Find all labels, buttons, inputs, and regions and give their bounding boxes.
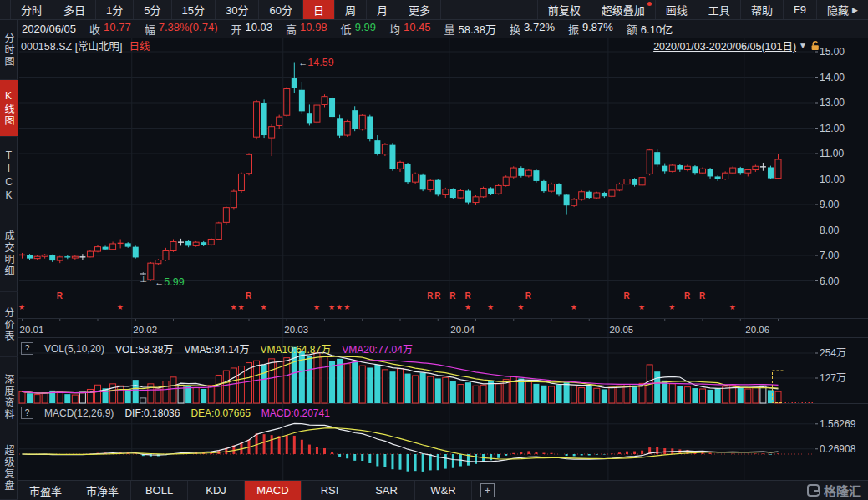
svg-text:R: R — [427, 291, 434, 301]
indicator-tabs: 市盈率市净率BOLLKDJMACDRSISARW&R — [18, 481, 472, 500]
indicator-tab-RSI[interactable]: RSI — [302, 481, 358, 500]
svg-text:20.04: 20.04 — [450, 325, 475, 335]
date-range-link[interactable]: 2020/01/03-2020/06/05(101日) — [653, 38, 796, 53]
sidebar-item-分价表[interactable]: 分价表 — [0, 292, 18, 357]
svg-text:11.00: 11.00 — [820, 148, 844, 159]
svg-text:20.01: 20.01 — [20, 325, 44, 335]
period-tab-60分[interactable]: 60分 — [258, 0, 302, 19]
quote-field-value: 3.72% — [524, 21, 555, 37]
toolbar-button-隐藏[interactable]: 隐藏▶ — [816, 0, 868, 19]
quote-field-label: 振 — [568, 21, 579, 37]
sidebar-item-TICK[interactable]: TICK — [0, 137, 18, 215]
svg-text:5.99: 5.99 — [164, 276, 184, 288]
sidebar-item-K线图[interactable]: K线图 — [0, 80, 18, 137]
svg-text:8.00: 8.00 — [820, 225, 840, 236]
svg-text:7.00: 7.00 — [820, 250, 840, 261]
quote-fields: 收10.77幅7.38%(0.74)开10.03高10.98低9.99均10.4… — [89, 21, 673, 37]
indicator-tab-BOLL[interactable]: BOLL — [131, 481, 188, 500]
svg-text:20.03: 20.03 — [284, 325, 308, 335]
help-icon[interactable]: ? — [21, 407, 33, 419]
svg-text:14.00: 14.00 — [820, 72, 845, 83]
period-tab-月[interactable]: 月 — [366, 0, 398, 19]
left-sidebar: 分时图K线图TICK成交明细分价表深度资料超级复盘 — [0, 20, 18, 500]
help-icon[interactable]: ? — [21, 342, 33, 355]
period-tab-分时[interactable]: 分时 — [10, 0, 53, 19]
toolbar-button-工具[interactable]: 工具 — [698, 0, 740, 19]
period-tab-周[interactable]: 周 — [334, 0, 366, 19]
period-tab-30分[interactable]: 30分 — [215, 0, 258, 19]
svg-text:0.26908: 0.26908 — [820, 443, 856, 455]
quote-field-label: 收 — [89, 21, 100, 37]
collapse-arrow-icon: ▶ — [852, 6, 858, 14]
quote-field-开: 开10.03 — [231, 21, 272, 37]
quote-field-value: 9.87% — [582, 21, 613, 37]
gelonghui-logo: 格隆汇 — [807, 482, 861, 499]
quote-field-value: 10.03 — [246, 21, 273, 37]
quote-field-低: 低9.99 — [341, 21, 376, 37]
toolbar-spacer — [441, 0, 537, 19]
date-range-control: 2020/01/03-2020/06/05(101日) ▼ — [653, 38, 821, 53]
svg-text:127万: 127万 — [820, 372, 846, 384]
svg-text:R: R — [699, 291, 706, 301]
indicator-tab-市盈率[interactable]: 市盈率 — [18, 481, 74, 500]
toolbar-button-F9[interactable]: F9 — [783, 0, 816, 19]
quote-field-高: 高10.98 — [286, 21, 327, 37]
quote-field-换: 换3.72% — [510, 21, 555, 37]
kline-chart[interactable]: 15.0014.0013.0012.0011.0010.009.008.007.… — [18, 38, 868, 480]
svg-text:R: R — [624, 291, 631, 301]
quote-field-均: 均10.45 — [389, 21, 431, 37]
toolbar-button-画线[interactable]: 画线 — [655, 0, 698, 19]
period-tab-日[interactable]: 日 — [302, 0, 334, 19]
quote-field-value: 6.10亿 — [641, 21, 673, 37]
period-tab-5分[interactable]: 5分 — [133, 0, 170, 19]
indicator-tab-W&R[interactable]: W&R — [415, 481, 472, 500]
svg-text:★: ★ — [343, 303, 350, 311]
svg-text:14.59: 14.59 — [307, 57, 333, 68]
toolbar-actions: 前复权超级叠加画线工具帮助F9隐藏▶ — [537, 0, 868, 19]
svg-text:★: ★ — [571, 303, 577, 311]
sidebar-item-分时图[interactable]: 分时图 — [0, 20, 18, 80]
svg-text:★: ★ — [638, 303, 645, 311]
toolbar-button-帮助[interactable]: 帮助 — [740, 0, 783, 19]
svg-text:R: R — [57, 291, 63, 301]
svg-text:20.02: 20.02 — [133, 325, 157, 335]
svg-text:★: ★ — [729, 303, 736, 311]
svg-text:254万: 254万 — [820, 347, 846, 359]
svg-text:★: ★ — [313, 303, 320, 311]
sidebar-item-超级复盘[interactable]: 超级复盘 — [0, 437, 18, 500]
add-indicator-button[interactable]: + — [480, 483, 495, 497]
indicator-tab-KDJ[interactable]: KDJ — [188, 481, 245, 500]
toolbar-button-超级叠加[interactable]: 超级叠加 — [591, 0, 655, 19]
sidebar-item-成交明细[interactable]: 成交明细 — [0, 215, 18, 292]
notification-dot-icon — [647, 2, 652, 6]
period-tab-15分[interactable]: 15分 — [171, 0, 215, 19]
quote-field-label: 开 — [231, 21, 241, 37]
period-tab-1分[interactable]: 1分 — [95, 0, 133, 19]
svg-text:13.00: 13.00 — [820, 97, 845, 109]
svg-text:R: R — [434, 291, 441, 301]
unlock-icon[interactable] — [810, 40, 821, 52]
svg-text:★: ★ — [328, 303, 335, 311]
svg-text:20.05: 20.05 — [609, 325, 633, 335]
period-tab-更多[interactable]: 更多 — [398, 0, 441, 19]
indicator-tab-SAR[interactable]: SAR — [358, 481, 415, 500]
period-tab-多日[interactable]: 多日 — [53, 0, 95, 19]
svg-text:20.06: 20.06 — [745, 325, 769, 335]
quote-field-收: 收10.77 — [89, 21, 131, 37]
sidebar-item-深度资料[interactable]: 深度资料 — [0, 357, 18, 437]
chevron-down-icon[interactable]: ▼ — [799, 41, 807, 50]
period-toolbar: 分时多日1分5分15分30分60分日周月更多 前复权超级叠加画线工具帮助F9隐藏… — [0, 0, 868, 20]
svg-text:★: ★ — [237, 303, 244, 311]
indicator-tab-MACD[interactable]: MACD — [245, 481, 302, 500]
svg-text:★: ★ — [18, 303, 25, 311]
indicator-tab-市净率[interactable]: 市净率 — [74, 481, 131, 500]
svg-text:R: R — [246, 291, 252, 301]
quote-field-label: 低 — [341, 21, 352, 37]
svg-text:⊥: ⊥ — [140, 275, 147, 284]
quote-bar: 2020/06/05 收10.77幅7.38%(0.74)开10.03高10.9… — [18, 20, 868, 38]
svg-text:★: ★ — [230, 303, 236, 311]
toolbar-button-前复权[interactable]: 前复权 — [537, 0, 591, 19]
svg-text:★: ★ — [117, 303, 124, 311]
quote-field-振: 振9.87% — [568, 21, 613, 37]
quote-field-额: 额6.10亿 — [627, 21, 673, 37]
